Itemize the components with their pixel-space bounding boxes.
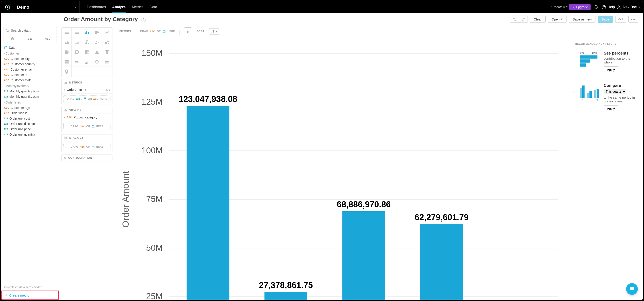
workspace-switcher[interactable]: Demo ▾ (14, 1, 80, 13)
search-input[interactable] (4, 27, 57, 34)
svg-rect-52 (87, 62, 88, 64)
tree-date[interactable]: Date (4, 45, 57, 50)
tree-group[interactable]: ▾Order lines (4, 99, 57, 105)
chevron-right-icon: › (64, 116, 65, 119)
filter-abc[interactable]: ABC (39, 36, 56, 42)
tree-item[interactable]: ABCCustomer id (4, 72, 57, 78)
tree-item[interactable]: 123Order unit cost (4, 116, 57, 121)
svg-rect-27 (95, 34, 97, 34)
tree-item[interactable]: 123Order unit discount (4, 121, 57, 126)
viz-funnel[interactable] (102, 47, 112, 57)
tree-item[interactable]: ABCCustomer country (4, 62, 57, 67)
viz-scatter[interactable] (92, 38, 102, 47)
svg-rect-45 (64, 62, 68, 63)
viz-table[interactable] (62, 28, 72, 38)
svg-rect-65 (66, 109, 66, 111)
metrics-dropzone[interactable]: DRAG 123 , OR ABC HERE (64, 95, 110, 102)
svg-rect-57 (105, 62, 108, 62)
viz-bar[interactable] (92, 28, 102, 38)
svg-rect-68 (64, 137, 65, 139)
svg-point-1 (7, 7, 8, 8)
tree-item[interactable]: ABCCustomer email (4, 67, 57, 72)
tree-item[interactable]: 123Monthly quantity bom (4, 88, 57, 94)
filter-calc[interactable] (4, 36, 22, 42)
tree-item[interactable]: ABCOrder line id (4, 110, 57, 116)
svg-rect-51 (86, 62, 86, 64)
app-logo[interactable] (4, 4, 11, 11)
viz-waterfall[interactable] (102, 57, 112, 67)
viz-column[interactable] (82, 28, 92, 38)
sort-button[interactable]: ▾ (209, 28, 219, 34)
svg-rect-66 (66, 110, 67, 112)
svg-point-5 (6, 29, 8, 32)
tree-group[interactable]: ▾Monthlyinventory (4, 83, 57, 88)
nav-analyze[interactable]: Analyze (112, 1, 126, 13)
viz-picker: X̄ (62, 28, 112, 77)
viz-pie[interactable] (62, 47, 72, 57)
tree-item[interactable]: 123Monthly quantity eom (4, 94, 57, 99)
chevron-down-icon: ▾ (216, 30, 217, 33)
tree-item[interactable]: 123Order unit price (4, 126, 57, 132)
filter-button[interactable] (184, 28, 192, 36)
svg-rect-20 (75, 33, 76, 34)
viz-treemap[interactable] (82, 47, 92, 57)
filter-num[interactable]: 123 (22, 36, 39, 42)
insight-title: Order Amount by Category ? (64, 16, 146, 23)
filters-dropzone[interactable]: DRAG ABC OR HERE (136, 28, 180, 35)
search-input-wrap (4, 27, 57, 34)
svg-rect-44 (64, 61, 68, 62)
stack-icon (64, 136, 68, 140)
canvas: FILTERS DRAG ABC OR HERE SORT ▾ (115, 25, 348, 162)
svg-rect-21 (77, 33, 79, 34)
svg-rect-67 (92, 126, 94, 128)
tree-item[interactable]: ABCCustomer age (4, 105, 57, 110)
viz-line[interactable] (102, 28, 112, 38)
nav-data[interactable]: Data (150, 1, 157, 13)
svg-rect-53 (88, 61, 88, 64)
metric-item[interactable]: › Order Amount M1 (62, 86, 112, 94)
svg-text:100M: 100M (142, 146, 162, 155)
tree-item[interactable]: 123Order unit quantity (4, 132, 57, 137)
tree-item[interactable]: ABCCustomer city (4, 56, 57, 62)
nav-dashboards[interactable]: Dashboards (87, 1, 106, 13)
data-sidebar: 123 ABC Date ▾CustomerABCCustomer cityAB… (1, 25, 59, 162)
viewby-item[interactable]: › ABC Product category (62, 114, 112, 121)
viz-area[interactable] (62, 38, 72, 47)
svg-point-35 (96, 43, 97, 44)
viz-combo[interactable]: X̄ (82, 38, 92, 47)
svg-rect-41 (87, 50, 89, 52)
viz-stacked-area[interactable] (72, 38, 82, 47)
svg-rect-30 (86, 42, 87, 44)
viz-heatmap[interactable] (62, 57, 72, 67)
calendar-icon (162, 30, 166, 33)
svg-rect-31 (88, 43, 89, 44)
type-filter: 123 ABC (4, 36, 57, 42)
viz-headline[interactable] (72, 57, 82, 67)
chart: 025M50M75M100M125M150M123,047,938.0827,3… (117, 40, 348, 162)
config-panel[interactable]: ⚙CONFIGURATION (62, 154, 112, 162)
viz-pyramid[interactable] (92, 47, 102, 57)
svg-rect-19 (77, 32, 79, 32)
viewby-dropzone[interactable]: DRAG ABC OR HERE (64, 123, 110, 130)
viz-donut[interactable] (72, 47, 82, 57)
main-nav: Dashboards Analyze Metrics Data (87, 1, 157, 13)
tree-group[interactable]: ▾Customer (4, 50, 57, 56)
calendar-icon (92, 145, 95, 148)
stackby-dropzone[interactable]: DRAG ABC OR HERE (64, 143, 110, 150)
nav-metrics[interactable]: Metrics (132, 1, 144, 13)
svg-rect-43 (64, 60, 68, 61)
svg-rect-64 (64, 110, 65, 111)
viz-pivot[interactable] (72, 28, 82, 38)
svg-point-33 (96, 41, 97, 42)
search-icon (5, 28, 9, 32)
viz-bubble[interactable] (102, 38, 112, 47)
viz-geo[interactable] (62, 67, 72, 76)
workspace-name: Demo (17, 5, 30, 10)
tree-item[interactable]: ABCCustomer state (4, 78, 57, 83)
help-icon[interactable]: ? (141, 18, 146, 22)
viz-bullet[interactable] (82, 57, 92, 67)
calendar-icon (92, 125, 95, 128)
calc-icon (10, 37, 14, 40)
viz-gauge[interactable] (92, 57, 102, 67)
svg-text:150M: 150M (142, 48, 162, 58)
